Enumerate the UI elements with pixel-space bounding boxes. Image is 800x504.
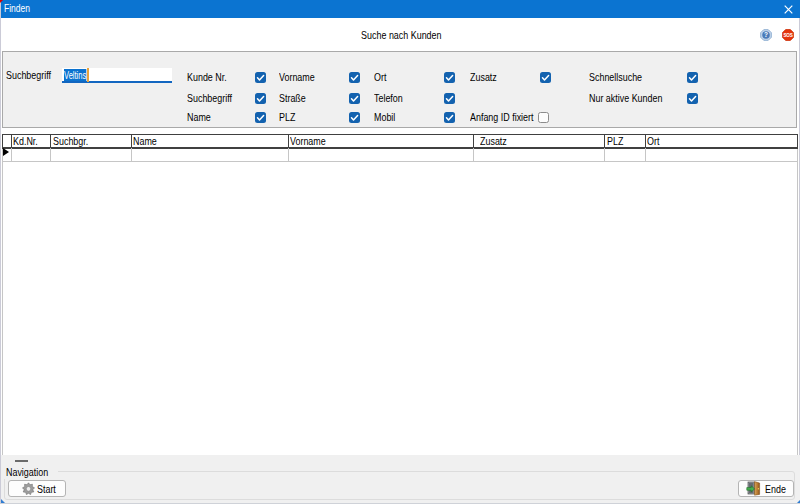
svg-text:SOS: SOS bbox=[783, 33, 792, 38]
svg-text:?: ? bbox=[764, 31, 768, 38]
